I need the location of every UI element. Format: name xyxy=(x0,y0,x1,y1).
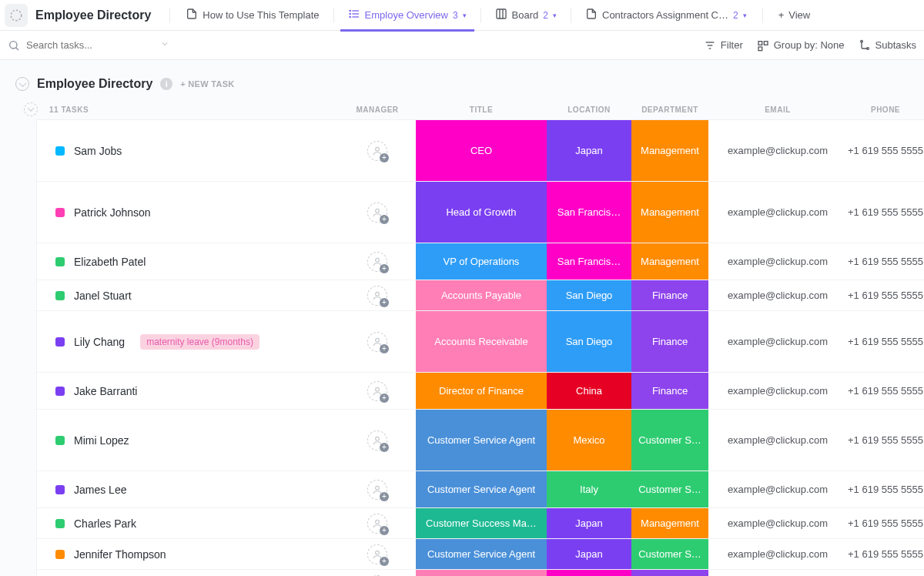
table-row[interactable]: Jennifer ThompsonCustomer Service AgentJ… xyxy=(37,539,924,570)
title-cell[interactable]: VP of Operations xyxy=(416,243,547,280)
search-input[interactable] xyxy=(26,39,134,51)
location-cell[interactable]: Mexico xyxy=(547,410,631,471)
title-cell[interactable]: Director of Finance xyxy=(416,373,547,409)
email-cell[interactable]: example@clickup.com xyxy=(708,539,847,569)
groupby-button[interactable]: Group by: None xyxy=(757,39,845,52)
collapse-toggle[interactable] xyxy=(15,77,29,91)
phone-cell[interactable]: +1 619 555 5555 xyxy=(847,280,924,310)
name-cell[interactable]: Sam Jobs xyxy=(46,120,339,181)
title-cell[interactable]: Accounts Payable xyxy=(416,280,547,310)
chevron-down-icon[interactable]: ▾ xyxy=(463,12,467,19)
department-cell[interactable]: Finance xyxy=(631,311,708,372)
manager-cell[interactable] xyxy=(339,508,416,538)
phone-cell[interactable]: +1 619 555 5555 xyxy=(847,410,924,471)
email-cell[interactable]: example@clickup.com xyxy=(708,373,847,409)
col-manager[interactable]: MANAGER xyxy=(339,105,416,114)
manager-cell[interactable] xyxy=(339,311,416,372)
department-cell[interactable]: Finance xyxy=(631,373,708,409)
name-cell[interactable]: Mimi Lopez xyxy=(46,410,339,471)
email-cell[interactable]: example@clickup.com xyxy=(708,182,847,243)
department-cell[interactable]: Finance xyxy=(631,280,708,310)
manager-cell[interactable] xyxy=(339,243,416,280)
title-cell[interactable]: Customer Service Agent xyxy=(416,410,547,471)
assignee-add[interactable] xyxy=(367,203,387,223)
view-tab-employe-overview[interactable]: Employe Overview3▾ xyxy=(340,0,474,31)
phone-cell[interactable]: +1 619 555 5555 xyxy=(847,539,924,569)
phone-cell[interactable]: +1 619 555 5555 xyxy=(847,311,924,372)
status-square[interactable] xyxy=(55,146,65,156)
col-title[interactable]: TITLE xyxy=(416,105,547,114)
table-row[interactable]: Janel StuartAccounts PayableSan DiegoFin… xyxy=(37,280,924,311)
name-cell[interactable]: Jennifer Thompson xyxy=(46,539,339,569)
title-cell[interactable]: Customer Success Ma… xyxy=(416,508,547,538)
title-cell[interactable]: Accounts Receivable xyxy=(416,311,547,372)
location-cell[interactable]: San Francis… xyxy=(547,570,631,576)
location-cell[interactable]: Japan xyxy=(547,508,631,538)
department-cell[interactable]: Finance xyxy=(631,570,708,576)
manager-cell[interactable] xyxy=(339,373,416,409)
department-cell[interactable]: Customer S… xyxy=(631,471,708,507)
assignee-add[interactable] xyxy=(367,286,387,306)
view-tab-contractors-assignment-c[interactable]: Contractors Assignment C…2▾ xyxy=(578,0,755,31)
view-tab-how-to-use-this-template[interactable]: How to Use This Template xyxy=(178,0,326,31)
status-square[interactable] xyxy=(55,337,65,347)
title-cell[interactable]: Customer Service Agent xyxy=(416,471,547,507)
department-cell[interactable]: Management xyxy=(631,243,708,280)
location-cell[interactable]: San Francis… xyxy=(547,243,631,280)
assignee-add[interactable] xyxy=(367,381,387,401)
name-cell[interactable]: Lily Changmaternity leave (9months) xyxy=(46,311,339,372)
manager-cell[interactable] xyxy=(339,539,416,569)
manager-cell[interactable] xyxy=(339,410,416,471)
manager-cell[interactable] xyxy=(339,570,416,576)
table-row[interactable]: Mimi LopezCustomer Service AgentMexicoCu… xyxy=(37,410,924,471)
chevron-down-icon[interactable]: ▾ xyxy=(743,12,747,19)
name-cell[interactable]: Patrick Johnson xyxy=(46,182,339,243)
assignee-add[interactable] xyxy=(367,544,387,564)
email-cell[interactable]: example@clickup.com xyxy=(708,570,847,576)
phone-cell[interactable]: +1 619 555 5555 xyxy=(847,508,924,538)
status-square[interactable] xyxy=(55,257,65,266)
manager-cell[interactable] xyxy=(339,182,416,243)
email-cell[interactable]: example@clickup.com xyxy=(708,471,847,507)
email-cell[interactable]: example@clickup.com xyxy=(708,508,847,538)
manager-cell[interactable] xyxy=(339,471,416,507)
table-row[interactable]: Elizabeth PatelVP of OperationsSan Franc… xyxy=(37,243,924,280)
col-location[interactable]: LOCATION xyxy=(547,105,631,114)
app-icon[interactable] xyxy=(5,4,28,27)
status-square[interactable] xyxy=(55,291,65,300)
table-row[interactable]: Sam JobsCEOJapanManagementexample@clicku… xyxy=(37,120,924,182)
name-cell[interactable]: Elizabeth Patel xyxy=(46,243,339,280)
search-box[interactable] xyxy=(8,39,169,52)
status-square[interactable] xyxy=(55,208,65,217)
status-square[interactable] xyxy=(55,519,65,528)
status-square[interactable] xyxy=(55,387,65,396)
name-cell[interactable]: Janel Stuart xyxy=(46,280,339,310)
location-cell[interactable]: San Diego xyxy=(547,280,631,310)
title-cell[interactable]: CEO xyxy=(416,120,547,181)
status-square[interactable] xyxy=(55,485,65,494)
assignee-add[interactable] xyxy=(367,141,387,161)
col-email[interactable]: EMAIL xyxy=(708,105,847,114)
table-row[interactable]: Jake BarrantiDirector of FinanceChinaFin… xyxy=(37,373,924,410)
manager-cell[interactable] xyxy=(339,280,416,310)
email-cell[interactable]: example@clickup.com xyxy=(708,120,847,181)
department-cell[interactable]: Management xyxy=(631,508,708,538)
filter-button[interactable]: Filter xyxy=(704,39,743,52)
title-cell[interactable]: Accounts Receivable xyxy=(416,570,547,576)
phone-cell[interactable]: +1 619 555 5555 xyxy=(847,243,924,280)
new-task-button[interactable]: + NEW TASK xyxy=(180,79,234,89)
manager-cell[interactable] xyxy=(339,120,416,181)
table-row[interactable]: Nikki ReyesAccounts ReceivableSan Franci… xyxy=(37,570,924,576)
col-department[interactable]: DEPARTMENT xyxy=(631,105,708,114)
location-cell[interactable]: Japan xyxy=(547,539,631,569)
add-view-button[interactable]: + View xyxy=(771,9,819,21)
assignee-add[interactable] xyxy=(367,332,387,352)
assignee-add[interactable] xyxy=(367,480,387,500)
phone-cell[interactable]: +1 619 555 5555 xyxy=(847,570,924,576)
title-cell[interactable]: Customer Service Agent xyxy=(416,539,547,569)
location-cell[interactable]: China xyxy=(547,373,631,409)
status-square[interactable] xyxy=(55,550,65,559)
phone-cell[interactable]: +1 619 555 5555 xyxy=(847,120,924,181)
location-cell[interactable]: San Diego xyxy=(547,311,631,372)
location-cell[interactable]: Japan xyxy=(547,120,631,181)
